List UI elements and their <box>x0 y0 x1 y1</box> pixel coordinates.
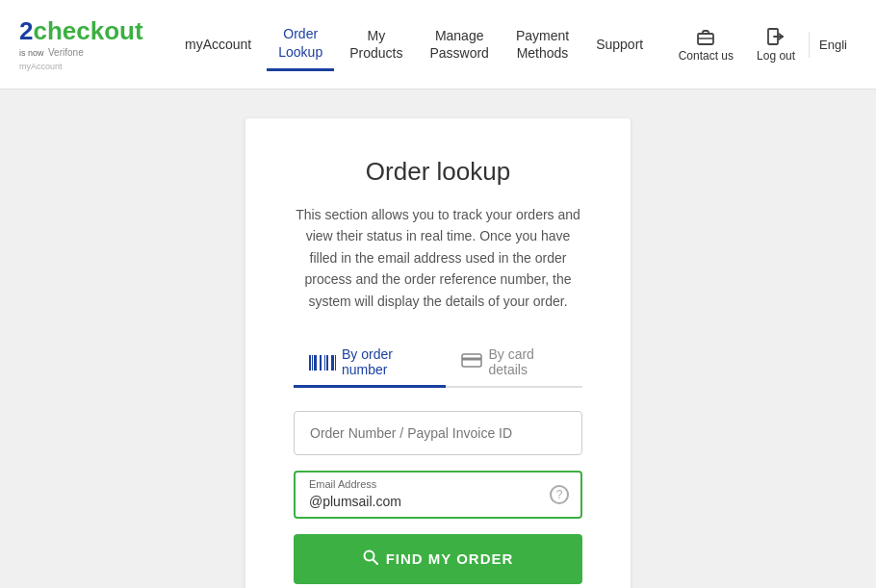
svg-rect-6 <box>462 357 481 360</box>
tab-order-number-label: By order number <box>342 346 430 377</box>
email-group: Email Address ? <box>294 471 582 519</box>
tab-by-card-details[interactable]: By card details <box>446 339 582 388</box>
nav-support[interactable]: Support <box>584 28 655 61</box>
search-icon <box>363 550 378 569</box>
header: 2checkout is now Verifone myAccount myAc… <box>0 0 876 89</box>
nav-manage-password[interactable]: Manage Password <box>418 19 500 69</box>
logo-checkout: checkout <box>33 16 142 45</box>
barcode-icon <box>309 353 336 371</box>
logo-subtitle: is now Verifone <box>19 45 144 61</box>
find-my-order-button[interactable]: FIND MY ORDER <box>294 534 582 584</box>
card-title: Order lookup <box>294 157 582 187</box>
logo-is-now: is now <box>19 48 44 58</box>
logo-two: 2 <box>19 16 33 45</box>
email-help-icon[interactable]: ? <box>550 485 569 504</box>
nav-payment-methods[interactable]: Payment Methods <box>504 19 580 69</box>
nav-contact-us[interactable]: Contact us <box>669 20 743 68</box>
nav-log-out[interactable]: Log out <box>747 20 805 68</box>
nav-right: Contact us Log out Engli <box>669 20 857 68</box>
log-out-label: Log out <box>757 49 795 63</box>
main-content: Order lookup This section allows you to … <box>0 89 876 588</box>
logo-text: 2checkout <box>19 18 144 43</box>
order-number-input[interactable] <box>294 411 582 455</box>
nav-my-products[interactable]: My Products <box>338 19 414 69</box>
contact-icon <box>695 26 716 47</box>
logo-brand: Verifone <box>48 45 101 61</box>
order-number-group <box>294 411 582 455</box>
card-description: This section allows you to track your or… <box>294 204 582 312</box>
email-wrapper: Email Address ? <box>294 471 582 519</box>
lookup-tabs: By order number By card details <box>294 339 582 388</box>
logo-myaccount: myAccount <box>19 62 144 71</box>
tab-card-details-label: By card details <box>488 346 567 377</box>
main-nav: myAccount Order Lookup My Products Manag… <box>173 17 857 70</box>
email-label: Email Address <box>309 478 376 490</box>
credit-card-icon <box>461 353 482 371</box>
nav-order-lookup[interactable]: Order Lookup <box>267 17 334 70</box>
logo[interactable]: 2checkout is now Verifone myAccount <box>19 18 144 71</box>
tab-by-order-number[interactable]: By order number <box>294 339 446 388</box>
order-lookup-card: Order lookup This section allows you to … <box>245 118 631 588</box>
svg-line-8 <box>373 559 377 564</box>
logout-icon <box>765 26 786 47</box>
find-button-label: FIND MY ORDER <box>386 550 514 567</box>
svg-text:Verifone: Verifone <box>48 47 84 58</box>
language-selector[interactable]: Engli <box>809 32 857 58</box>
nav-my-account[interactable]: myAccount <box>173 28 263 61</box>
verifone-logo: Verifone <box>48 45 101 59</box>
contact-us-label: Contact us <box>679 49 734 63</box>
